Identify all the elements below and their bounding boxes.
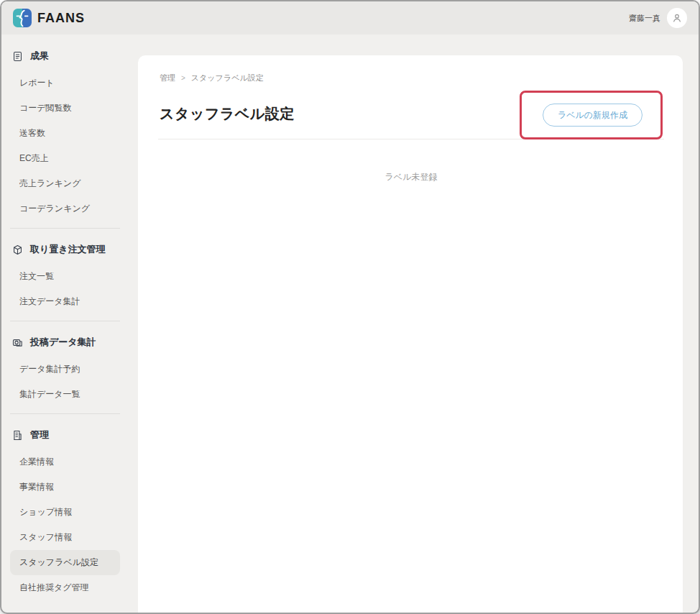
person-icon <box>671 12 683 24</box>
sidebar-item-aggregated-data-list[interactable]: 集計データ一覧 <box>10 382 120 407</box>
sidebar-item-coordinate-views[interactable]: コーデ閲覧数 <box>10 96 120 121</box>
sidebar-item-shop-info[interactable]: ショップ情報 <box>10 500 120 525</box>
report-icon <box>11 50 24 63</box>
breadcrumb: 管理 > スタッフラベル設定 <box>160 73 663 83</box>
sidebar-item-business-info[interactable]: 事業情報 <box>10 475 120 500</box>
sidebar-item-coordinate-ranking[interactable]: コーデランキング <box>10 196 120 221</box>
sidebar-item-own-recommended-tag-management[interactable]: 自社推奨タグ管理 <box>10 575 120 600</box>
sidebar-item-order-data-aggregation[interactable]: 注文データ集計 <box>10 289 120 314</box>
content-card: 管理 > スタッフラベル設定 スタッフラベル設定 ラベルの新規作成 ラベル未登録 <box>138 55 683 613</box>
sidebar-section-label: 取り置き注文管理 <box>30 243 106 256</box>
title-row: スタッフラベル設定 ラベルの新規作成 <box>160 88 663 139</box>
sidebar-item-company-info[interactable]: 企業情報 <box>10 449 120 475</box>
sidebar-section-label: 投稿データ集計 <box>30 336 96 349</box>
sidebar: 成果 レポート コーデ閲覧数 送客数 EC売上 売上ランキング コーデランキング… <box>1 35 138 613</box>
faans-logo-icon <box>13 9 32 27</box>
sidebar-item-order-list[interactable]: 注文一覧 <box>10 264 120 289</box>
avatar[interactable] <box>667 8 687 28</box>
annotation-highlight: ラベルの新規作成 <box>520 91 663 139</box>
sidebar-section-management: 管理 <box>10 421 120 449</box>
top-bar: FAANS 齋藤一真 <box>1 1 699 35</box>
logo-text: FAANS <box>37 11 85 26</box>
main-area: 管理 > スタッフラベル設定 スタッフラベル設定 ラベルの新規作成 ラベル未登録 <box>138 35 699 613</box>
sidebar-item-data-aggregation-reservation[interactable]: データ集計予約 <box>10 357 120 382</box>
sidebar-item-referrals[interactable]: 送客数 <box>10 121 120 146</box>
sidebar-item-sales-ranking[interactable]: 売上ランキング <box>10 171 120 196</box>
sidebar-item-staff-info[interactable]: スタッフ情報 <box>10 525 120 550</box>
camera-icon <box>11 336 24 349</box>
sidebar-divider <box>10 413 120 414</box>
empty-state-message: ラベル未登録 <box>160 171 663 183</box>
user-menu[interactable]: 齋藤一真 <box>629 8 687 28</box>
sidebar-item-report[interactable]: レポート <box>10 70 120 96</box>
sidebar-section-hold-orders: 取り置き注文管理 <box>10 235 120 264</box>
app-window: FAANS 齋藤一真 成果 レポート コーデ <box>0 0 700 614</box>
breadcrumb-separator-icon: > <box>181 74 185 82</box>
sidebar-divider <box>10 321 120 321</box>
sidebar-section-post-data: 投稿データ集計 <box>10 328 120 357</box>
page-title: スタッフラベル設定 <box>160 104 295 124</box>
sidebar-item-ec-sales[interactable]: EC売上 <box>10 146 120 171</box>
building-icon <box>11 429 24 441</box>
breadcrumb-current: スタッフラベル設定 <box>191 73 264 83</box>
sidebar-divider <box>10 228 120 229</box>
user-name: 齋藤一真 <box>629 13 660 24</box>
breadcrumb-parent[interactable]: 管理 <box>160 73 175 83</box>
create-label-button[interactable]: ラベルの新規作成 <box>543 104 643 127</box>
package-icon <box>11 244 24 256</box>
sidebar-section-results: 成果 <box>10 42 120 70</box>
sidebar-item-staff-label-settings[interactable]: スタッフラベル設定 <box>10 550 120 575</box>
sidebar-section-label: 管理 <box>30 429 49 441</box>
logo[interactable]: FAANS <box>13 9 85 27</box>
sidebar-section-label: 成果 <box>30 50 49 63</box>
